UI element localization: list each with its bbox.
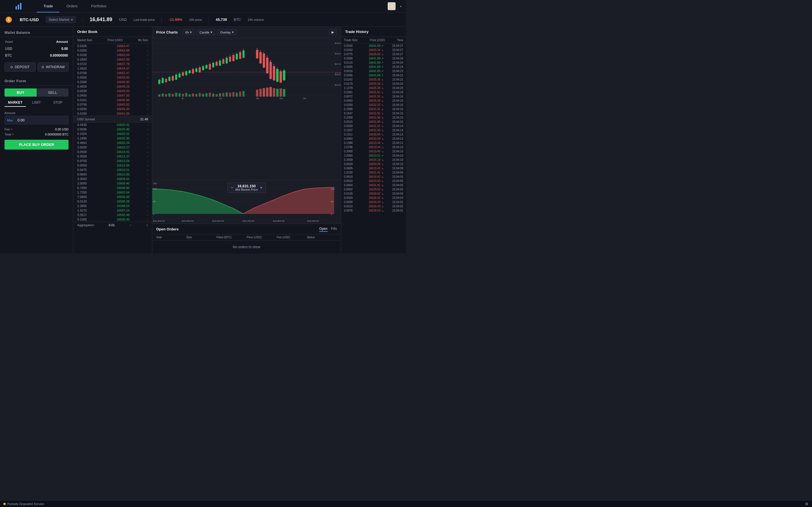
expand-chart-button[interactable]: ▶: [328, 29, 337, 36]
agg-plus[interactable]: +: [146, 223, 148, 227]
chevron-down-icon[interactable]: ▾: [400, 5, 402, 8]
trade-time: 15:04:03: [388, 196, 403, 200]
amount-input[interactable]: [15, 116, 67, 124]
timeframe-button[interactable]: 6h ▾: [183, 29, 195, 36]
order-type-limit[interactable]: LIMIT: [26, 99, 47, 107]
ask-mysize: -: [140, 44, 148, 48]
ask-mysize: -: [140, 58, 148, 61]
oo-tab-open[interactable]: Open: [319, 226, 327, 232]
top-nav: Trade Orders Portfolios ▾: [0, 0, 406, 13]
bid-size: 0.1000: [77, 218, 97, 221]
market-bar: ₿ BTC-USD Select Market ▾ 16,641.89 USD …: [0, 13, 406, 27]
bid-price: 16598.53: [107, 204, 130, 208]
trade-size: 0.0016: [344, 69, 359, 73]
svg-rect-115: [276, 89, 278, 97]
trade-size: 0.0775: [344, 53, 359, 56]
order-book-ask-row: 0.0300 16663.88 -: [73, 48, 152, 53]
wallet-btc-label: BTC: [1, 52, 28, 59]
trade-size: 0.0029: [344, 196, 359, 200]
mid-price-minus[interactable]: −: [231, 185, 233, 190]
place-order-button[interactable]: PLACE BUY ORDER: [4, 140, 68, 150]
candle-button[interactable]: Candle ▾: [197, 29, 215, 36]
trade-size: 0.3509: [344, 158, 359, 161]
trade-time: 15:04:14: [388, 129, 403, 132]
ask-size: 0.0326: [77, 44, 97, 48]
trade-history-row: 1.0230 16631.91 ↘ 15:04:06: [341, 170, 406, 175]
open-orders-section: Open Orders Open Fills Side Size Filled …: [152, 224, 341, 253]
ask-size: 0.0300: [77, 49, 97, 52]
svg-rect-100: [216, 94, 218, 97]
bid-mysize: -: [140, 141, 148, 145]
withdraw-button[interactable]: ⊙ WITHDRAW: [38, 62, 69, 71]
bid-size: 2.0000: [77, 182, 97, 185]
bid-size: 3.3517: [77, 213, 97, 217]
bid-mysize: -: [140, 159, 148, 163]
ob-col-price: Price (USD): [107, 39, 122, 42]
trade-price: 16631.90 ↘: [364, 120, 384, 123]
order-book-bids: 0.4435 16620.41 - 0.0096 16620.40 - 0.15…: [73, 122, 152, 222]
deposit-icon: ⊙: [10, 65, 13, 69]
oo-col-side: Side: [156, 236, 186, 239]
trade-history-title: Trade History: [341, 27, 406, 37]
nav-tab-orders[interactable]: Orders: [59, 0, 84, 12]
ask-price: 16662.99: [107, 58, 130, 61]
bid-size: 0.0120: [77, 200, 97, 203]
deposit-button[interactable]: ⊙ DEPOSIT: [4, 62, 36, 71]
trade-price: 16641.89 ↗: [364, 57, 384, 60]
trade-history-row: 0.0179 16635.36 ↘ 15:04:20: [341, 82, 406, 86]
ask-mysize: -: [140, 98, 148, 102]
bid-size: 0.3000: [77, 155, 97, 158]
svg-rect-104: [229, 93, 231, 97]
order-book-bid-row: 0.0500 16619.41 -: [73, 150, 152, 154]
trade-history-row: 0.0016 16641.89 ↗ 15:04:27: [341, 44, 406, 48]
price-currency: USD: [119, 17, 126, 22]
trade-time: 15:04:01: [388, 209, 403, 212]
buy-sell-tabs: BUY SELL: [4, 89, 68, 97]
trade-history-row: 0.0029 16630.00 ↘ 15:04:10: [341, 162, 406, 166]
order-type-stop[interactable]: STOP: [47, 99, 68, 107]
trade-size: 1.1378: [344, 87, 359, 90]
svg-rect-102: [222, 93, 224, 97]
trade-history-row: 0.3000 16619.45 ↘ 15:04:10: [341, 149, 406, 154]
trade-price: 16631.91 ↘: [364, 171, 384, 174]
bid-price: 16619.41: [107, 150, 130, 154]
overlay-button[interactable]: Overlay ▾: [217, 29, 237, 36]
trade-time: 15:04:10: [388, 146, 403, 149]
trade-time: 15:04:10: [388, 150, 403, 153]
nav-tab-trade[interactable]: Trade: [37, 0, 59, 12]
trade-time: 15:04:04: [388, 192, 403, 195]
order-book-ask-row: 1.6920 16654.47 -: [73, 66, 152, 71]
user-avatar[interactable]: [388, 2, 396, 10]
svg-rect-116: [280, 89, 282, 97]
svg-text:20: 20: [280, 97, 283, 100]
ask-price: 16663.00: [107, 53, 130, 57]
order-book-ask-row: 0.2500 16649.30 -: [73, 80, 152, 84]
agg-minus[interactable]: −: [130, 223, 132, 227]
select-market-button[interactable]: Select Market ▾: [46, 16, 76, 23]
oo-tab-fills[interactable]: Fills: [331, 226, 337, 232]
sell-button[interactable]: SELL: [37, 89, 69, 97]
trade-time: 15:04:16: [388, 103, 403, 107]
bid-price: 16613.37: [107, 155, 130, 158]
trade-history-row: 0.0030 16631.91 ↘ 15:04:14: [341, 124, 406, 128]
buy-button[interactable]: BUY: [4, 89, 37, 97]
overlay-label: Overlay: [220, 31, 231, 34]
trade-price: 16635.36 ↘: [364, 82, 384, 86]
nav-tab-portfolios[interactable]: Portfolios: [84, 0, 113, 12]
trade-time: 15:04:13: [388, 133, 403, 136]
trade-history-row: 0.0242 16635.36 ↘ 15:04:21: [341, 77, 406, 82]
trade-size: 1.0230: [344, 171, 359, 174]
mid-price-plus[interactable]: +: [260, 185, 262, 190]
oo-empty-message: No orders to show: [152, 240, 341, 253]
trade-history-row: 0.0115 16641.89 ↗ 15:04:24: [341, 61, 406, 65]
bid-mysize: -: [140, 204, 148, 208]
bid-mysize: -: [140, 213, 148, 217]
bid-mysize: -: [140, 209, 148, 212]
trade-price: 16630.00 ↘: [364, 137, 384, 140]
order-type-market[interactable]: MARKET: [4, 99, 26, 107]
trade-price: 16619.43 ↘: [364, 201, 384, 204]
order-type-tabs: MARKET LIMIT STOP: [4, 99, 68, 107]
trade-time: 15:04:02: [388, 201, 403, 204]
max-link[interactable]: Max: [5, 117, 15, 124]
bid-size: 0.1504: [77, 132, 97, 135]
